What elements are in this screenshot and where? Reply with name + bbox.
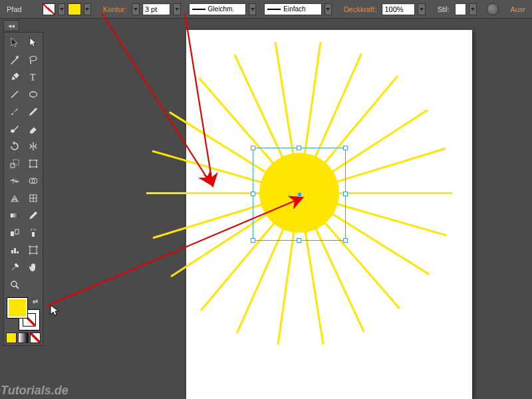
svg-rect-19 <box>11 250 13 253</box>
graphic-style-dropdown[interactable] <box>469 3 477 15</box>
blob-brush-tool[interactable] <box>6 121 23 137</box>
fill-dropdown[interactable] <box>58 3 66 15</box>
svg-line-24 <box>16 286 19 289</box>
zoom-tool[interactable] <box>6 277 23 293</box>
svg-rect-15 <box>11 213 19 217</box>
svg-rect-17 <box>15 229 19 234</box>
selection-tool[interactable] <box>6 35 23 51</box>
fill-color-swatch[interactable] <box>7 298 27 318</box>
svg-point-9 <box>36 160 38 162</box>
svg-point-3 <box>30 92 37 97</box>
shape-builder-tool[interactable] <box>25 173 42 189</box>
perspective-grid-tool[interactable] <box>6 190 23 206</box>
blend-tool[interactable] <box>6 225 23 241</box>
slice-tool[interactable] <box>6 259 23 275</box>
width-tool[interactable] <box>6 173 23 189</box>
svg-rect-5 <box>11 164 15 168</box>
stroke-profile-dropdown[interactable] <box>249 3 257 15</box>
cursor-icon <box>50 305 62 318</box>
gradient-tool[interactable] <box>6 207 23 223</box>
panel-collapse-tab[interactable]: ◂◂ <box>3 20 19 31</box>
stroke-weight-dropdown[interactable] <box>173 3 181 15</box>
paintbrush-tool[interactable] <box>6 104 23 120</box>
symbol-sprayer-tool[interactable] <box>25 225 42 241</box>
rotate-tool[interactable] <box>6 138 23 154</box>
svg-rect-7 <box>30 160 37 167</box>
artboard-tool[interactable] <box>25 242 42 258</box>
svg-point-4 <box>11 130 15 133</box>
object-type-label: Pfad <box>4 5 25 13</box>
ellipse-tool[interactable] <box>25 86 42 102</box>
svg-text:T: T <box>30 72 36 82</box>
lasso-tool[interactable] <box>25 52 42 68</box>
hand-tool[interactable] <box>25 259 42 275</box>
none-mode-button[interactable] <box>30 332 41 343</box>
svg-point-8 <box>29 160 31 162</box>
stroke-weight-input[interactable]: 3 pt <box>142 3 170 15</box>
svg-point-10 <box>29 166 31 168</box>
stroke-weight-dec[interactable] <box>132 3 140 15</box>
free-transform-tool[interactable] <box>25 156 42 172</box>
eyedropper-tool[interactable] <box>25 207 42 223</box>
column-graph-tool[interactable] <box>6 242 23 258</box>
svg-rect-16 <box>11 231 14 236</box>
pencil-tool[interactable] <box>25 104 42 120</box>
svg-rect-21 <box>17 251 19 253</box>
svg-point-11 <box>36 166 38 168</box>
opacity-input[interactable]: 100% <box>382 3 415 15</box>
reflect-tool[interactable] <box>25 138 42 154</box>
svg-point-23 <box>11 281 17 287</box>
watermark-text: -Tutorials.de <box>0 384 68 398</box>
align-label[interactable]: Ausr <box>507 5 528 13</box>
stroke-profile-select[interactable]: Gleichm. <box>189 3 246 15</box>
gradient-mode-button[interactable] <box>18 332 29 343</box>
stroke-swatch[interactable] <box>68 3 80 15</box>
brush-select[interactable]: Einfach <box>264 3 321 15</box>
magic-wand-tool[interactable] <box>6 52 23 68</box>
svg-rect-20 <box>14 248 16 253</box>
scale-tool[interactable] <box>6 156 23 172</box>
direct-selection-tool[interactable] <box>25 35 42 51</box>
control-bar: Pfad Kontur: 3 pt Gleichm. Einfach Deckk… <box>0 0 532 19</box>
stroke-label[interactable]: Kontur: <box>100 5 129 13</box>
opacity-label[interactable]: Deckkraft: <box>341 5 380 13</box>
line-tool[interactable] <box>6 86 23 102</box>
sun-circle[interactable] <box>259 153 339 233</box>
eraser-tool[interactable] <box>25 121 42 137</box>
color-mode-button[interactable] <box>6 332 17 343</box>
svg-rect-18 <box>32 232 35 237</box>
pen-tool[interactable] <box>6 69 23 85</box>
brush-dropdown[interactable] <box>325 3 332 15</box>
opacity-dropdown[interactable] <box>418 3 426 15</box>
artboard[interactable] <box>186 30 472 399</box>
stroke-dropdown[interactable] <box>84 3 92 15</box>
type-tool[interactable]: T <box>25 69 42 85</box>
svg-point-0 <box>30 57 37 61</box>
mesh-tool[interactable] <box>25 190 42 206</box>
style-label: Stil: <box>435 5 452 13</box>
svg-rect-6 <box>13 160 19 165</box>
svg-line-2 <box>11 91 18 98</box>
color-controls: ⇄ <box>6 293 41 343</box>
graphic-style-swatch[interactable] <box>455 3 466 15</box>
recolor-icon[interactable] <box>487 3 498 15</box>
fill-swatch[interactable] <box>43 3 55 15</box>
tools-panel: T ⇄ <box>3 32 43 346</box>
svg-rect-22 <box>30 247 37 253</box>
swap-fill-stroke-icon[interactable]: ⇄ <box>33 298 38 305</box>
